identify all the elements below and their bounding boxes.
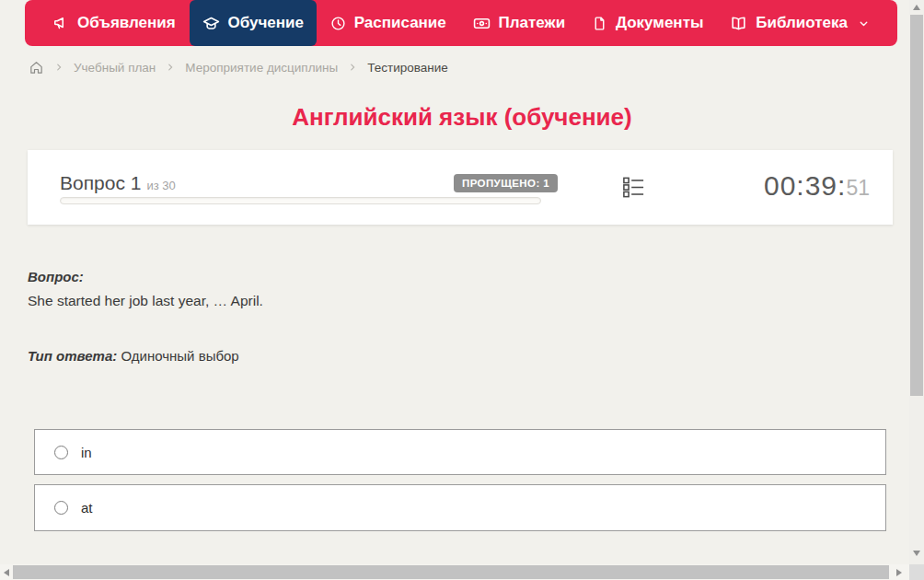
radio-button[interactable]	[54, 501, 68, 515]
horizontal-scrollbar[interactable]	[0, 564, 909, 580]
radio-button[interactable]	[54, 446, 68, 459]
horizontal-scrollbar-thumb[interactable]	[13, 565, 889, 579]
question-number-label: Вопрос 1	[60, 172, 141, 193]
question-label: Вопрос:	[28, 269, 84, 284]
question-text: She started her job last year, … April.	[28, 293, 263, 309]
nav-item-label: Расписание	[354, 14, 446, 32]
scroll-up-arrow-icon[interactable]	[913, 5, 920, 10]
option-label: at	[81, 500, 93, 516]
nav-item-payments[interactable]: Платежи	[460, 0, 579, 46]
test-page: Объявления Обучение Расписание Платежи Д	[0, 0, 924, 580]
answer-option-in[interactable]: in	[34, 429, 886, 475]
nav-item-schedule[interactable]: Расписание	[318, 0, 459, 46]
document-icon	[592, 16, 607, 31]
scrollbar-corner	[909, 564, 924, 580]
nav-item-label: Библиотека	[756, 14, 848, 32]
breadcrumb-separator-icon	[348, 63, 357, 72]
breadcrumb: Учебный план Мероприятие дисциплины Тест…	[29, 58, 448, 76]
scroll-left-arrow-icon[interactable]	[4, 569, 9, 576]
page-title: Английский язык (обучение)	[0, 103, 924, 132]
breadcrumb-separator-icon	[166, 63, 175, 72]
vertical-scrollbar[interactable]	[909, 0, 924, 564]
nav-item-learning[interactable]: Обучение	[190, 0, 317, 46]
timer-hours-minutes: 00:39:	[764, 170, 846, 201]
open-book-icon	[730, 15, 747, 32]
vertical-scrollbar-thumb[interactable]	[910, 15, 923, 396]
question-list-icon[interactable]	[621, 175, 646, 203]
megaphone-icon	[52, 15, 69, 31]
banknote-icon	[473, 15, 491, 32]
chevron-down-icon	[858, 17, 870, 29]
nav-item-label: Обучение	[228, 14, 304, 32]
nav-item-documents[interactable]: Документы	[579, 0, 717, 46]
nav-item-library[interactable]: Библиотека	[717, 0, 883, 46]
breadcrumb-separator-icon	[54, 63, 64, 72]
skipped-badge: ПРОПУЩЕНО: 1	[454, 174, 558, 192]
graduation-cap-icon	[202, 15, 220, 32]
home-icon[interactable]	[29, 60, 44, 75]
answer-type-value: Одиночный выбор	[121, 348, 238, 364]
scroll-down-arrow-icon[interactable]	[913, 551, 920, 556]
breadcrumb-testing: Тестирование	[367, 61, 448, 75]
main-nav: Объявления Обучение Расписание Платежи Д	[25, 0, 897, 46]
timer-seconds: 51	[846, 176, 870, 200]
question-header-card: Вопрос 1из 30 ПРОПУЩЕНО: 1 00:39:51	[28, 150, 893, 225]
question-number: Вопрос 1из 30	[60, 172, 176, 194]
timer: 00:39:51	[764, 170, 870, 202]
scroll-right-arrow-icon[interactable]	[896, 569, 902, 576]
answer-type-label: Тип ответа:	[28, 348, 117, 364]
nav-item-label: Платежи	[499, 14, 566, 32]
clock-icon	[330, 16, 346, 31]
answer-option-at[interactable]: at	[34, 484, 886, 531]
breadcrumb-discipline-event[interactable]: Мероприятие дисциплины	[185, 61, 338, 75]
nav-item-label: Объявления	[77, 14, 176, 32]
question-total-label: из 30	[146, 179, 175, 192]
nav-item-announcements[interactable]: Объявления	[40, 0, 189, 46]
answer-type-line: Тип ответа: Одиночный выбор	[28, 348, 239, 364]
breadcrumb-curriculum[interactable]: Учебный план	[74, 61, 156, 75]
progress-bar	[60, 197, 541, 204]
option-label: in	[81, 445, 92, 460]
nav-item-label: Документы	[616, 14, 704, 32]
